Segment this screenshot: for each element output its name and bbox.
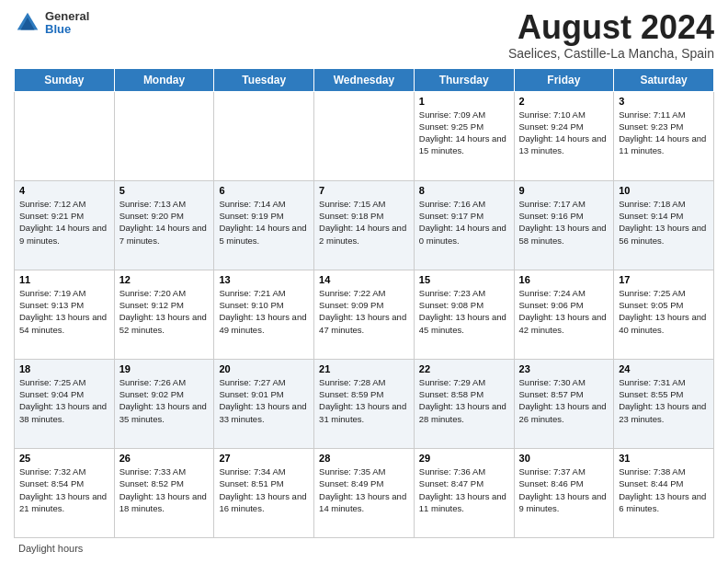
day-number: 28 <box>319 453 409 464</box>
day-info: Sunrise: 7:35 AMSunset: 8:49 PMDaylight:… <box>319 465 409 514</box>
day-number: 26 <box>119 453 210 464</box>
calendar-cell: 10Sunrise: 7:18 AMSunset: 9:14 PMDayligh… <box>614 180 714 270</box>
day-header-sunday: Sunday <box>15 68 115 91</box>
day-number: 21 <box>319 363 409 374</box>
day-header-saturday: Saturday <box>614 68 714 91</box>
day-info: Sunrise: 7:24 AMSunset: 9:06 PMDaylight:… <box>519 287 609 336</box>
day-number: 12 <box>119 274 210 285</box>
week-row-1: 1Sunrise: 7:09 AMSunset: 9:25 PMDaylight… <box>15 91 714 180</box>
week-row-5: 25Sunrise: 7:32 AMSunset: 8:54 PMDayligh… <box>15 448 714 537</box>
calendar-cell: 29Sunrise: 7:36 AMSunset: 8:47 PMDayligh… <box>414 448 514 537</box>
day-info: Sunrise: 7:19 AMSunset: 9:13 PMDaylight:… <box>19 287 109 336</box>
day-number: 7 <box>319 185 409 196</box>
calendar-cell: 21Sunrise: 7:28 AMSunset: 8:59 PMDayligh… <box>314 359 415 448</box>
calendar-cell: 15Sunrise: 7:23 AMSunset: 9:08 PMDayligh… <box>414 270 514 359</box>
calendar-cell <box>214 91 314 180</box>
logo-general: General <box>45 10 89 23</box>
calendar-cell: 11Sunrise: 7:19 AMSunset: 9:13 PMDayligh… <box>15 270 115 359</box>
calendar-cell: 25Sunrise: 7:32 AMSunset: 8:54 PMDayligh… <box>15 448 115 537</box>
day-number: 8 <box>419 185 509 196</box>
day-info: Sunrise: 7:14 AMSunset: 9:19 PMDaylight:… <box>219 198 309 247</box>
calendar-cell: 30Sunrise: 7:37 AMSunset: 8:46 PMDayligh… <box>514 448 614 537</box>
day-header-thursday: Thursday <box>414 68 514 91</box>
day-number: 9 <box>519 185 609 196</box>
day-number: 23 <box>519 363 609 374</box>
day-info: Sunrise: 7:15 AMSunset: 9:18 PMDaylight:… <box>319 198 409 247</box>
calendar-cell: 18Sunrise: 7:25 AMSunset: 9:04 PMDayligh… <box>15 359 115 448</box>
day-number: 27 <box>219 453 309 464</box>
day-header-tuesday: Tuesday <box>214 68 314 91</box>
day-info: Sunrise: 7:20 AMSunset: 9:12 PMDaylight:… <box>119 287 210 336</box>
day-number: 11 <box>19 274 109 285</box>
calendar-cell: 13Sunrise: 7:21 AMSunset: 9:10 PMDayligh… <box>214 270 314 359</box>
calendar-cell: 23Sunrise: 7:30 AMSunset: 8:57 PMDayligh… <box>514 359 614 448</box>
day-number: 19 <box>119 363 210 374</box>
day-info: Sunrise: 7:37 AMSunset: 8:46 PMDaylight:… <box>519 465 609 514</box>
day-info: Sunrise: 7:18 AMSunset: 9:14 PMDaylight:… <box>619 198 709 247</box>
calendar-cell: 17Sunrise: 7:25 AMSunset: 9:05 PMDayligh… <box>614 270 714 359</box>
day-number: 22 <box>419 363 509 374</box>
calendar-table: SundayMondayTuesdayWednesdayThursdayFrid… <box>14 68 714 538</box>
week-row-3: 11Sunrise: 7:19 AMSunset: 9:13 PMDayligh… <box>15 270 714 359</box>
day-info: Sunrise: 7:34 AMSunset: 8:51 PMDaylight:… <box>219 465 309 514</box>
day-number: 31 <box>619 453 709 464</box>
week-row-2: 4Sunrise: 7:12 AMSunset: 9:21 PMDaylight… <box>15 180 714 270</box>
day-info: Sunrise: 7:17 AMSunset: 9:16 PMDaylight:… <box>519 198 609 247</box>
day-header-friday: Friday <box>514 68 614 91</box>
day-info: Sunrise: 7:10 AMSunset: 9:24 PMDaylight:… <box>519 109 609 157</box>
day-number: 30 <box>519 453 609 464</box>
calendar-cell: 19Sunrise: 7:26 AMSunset: 9:02 PMDayligh… <box>114 359 214 448</box>
calendar-cell: 14Sunrise: 7:22 AMSunset: 9:09 PMDayligh… <box>314 270 415 359</box>
page: General Blue August 2024 Saelices, Casti… <box>0 0 728 563</box>
day-info: Sunrise: 7:30 AMSunset: 8:57 PMDaylight:… <box>519 376 609 425</box>
title-block: August 2024 Saelices, Castille-La Mancha… <box>508 9 714 61</box>
day-number: 20 <box>219 363 309 374</box>
day-info: Sunrise: 7:21 AMSunset: 9:10 PMDaylight:… <box>219 287 309 336</box>
day-info: Sunrise: 7:22 AMSunset: 9:09 PMDaylight:… <box>319 287 409 336</box>
calendar-cell: 8Sunrise: 7:16 AMSunset: 9:17 PMDaylight… <box>414 180 514 270</box>
logo: General Blue <box>14 9 89 37</box>
day-info: Sunrise: 7:32 AMSunset: 8:54 PMDaylight:… <box>19 465 109 514</box>
day-info: Sunrise: 7:11 AMSunset: 9:23 PMDaylight:… <box>619 109 709 157</box>
day-header-wednesday: Wednesday <box>314 68 415 91</box>
logo-text: General Blue <box>45 10 89 37</box>
day-number: 10 <box>619 185 709 196</box>
month-year: August 2024 <box>508 9 714 46</box>
footer-note: Daylight hours <box>14 543 714 554</box>
day-info: Sunrise: 7:29 AMSunset: 8:58 PMDaylight:… <box>419 376 509 425</box>
calendar-cell: 28Sunrise: 7:35 AMSunset: 8:49 PMDayligh… <box>314 448 415 537</box>
days-header-row: SundayMondayTuesdayWednesdayThursdayFrid… <box>15 68 714 91</box>
calendar-cell: 1Sunrise: 7:09 AMSunset: 9:25 PMDaylight… <box>414 91 514 180</box>
week-row-4: 18Sunrise: 7:25 AMSunset: 9:04 PMDayligh… <box>15 359 714 448</box>
calendar-cell <box>114 91 214 180</box>
day-number: 6 <box>219 185 309 196</box>
calendar-cell: 12Sunrise: 7:20 AMSunset: 9:12 PMDayligh… <box>114 270 214 359</box>
calendar-cell: 2Sunrise: 7:10 AMSunset: 9:24 PMDaylight… <box>514 91 614 180</box>
day-number: 24 <box>619 363 709 374</box>
day-number: 16 <box>519 274 609 285</box>
day-number: 14 <box>319 274 409 285</box>
header: General Blue August 2024 Saelices, Casti… <box>14 9 714 61</box>
day-info: Sunrise: 7:26 AMSunset: 9:02 PMDaylight:… <box>119 376 210 425</box>
day-info: Sunrise: 7:25 AMSunset: 9:05 PMDaylight:… <box>619 287 709 336</box>
calendar-cell: 31Sunrise: 7:38 AMSunset: 8:44 PMDayligh… <box>614 448 714 537</box>
day-info: Sunrise: 7:25 AMSunset: 9:04 PMDaylight:… <box>19 376 109 425</box>
day-number: 25 <box>19 453 109 464</box>
calendar-cell: 7Sunrise: 7:15 AMSunset: 9:18 PMDaylight… <box>314 180 415 270</box>
day-number: 4 <box>19 185 109 196</box>
day-info: Sunrise: 7:36 AMSunset: 8:47 PMDaylight:… <box>419 465 509 514</box>
calendar-cell: 4Sunrise: 7:12 AMSunset: 9:21 PMDaylight… <box>15 180 115 270</box>
day-number: 17 <box>619 274 709 285</box>
calendar-cell <box>314 91 415 180</box>
day-info: Sunrise: 7:31 AMSunset: 8:55 PMDaylight:… <box>619 376 709 425</box>
day-info: Sunrise: 7:33 AMSunset: 8:52 PMDaylight:… <box>119 465 210 514</box>
day-info: Sunrise: 7:13 AMSunset: 9:20 PMDaylight:… <box>119 198 210 247</box>
calendar-cell: 3Sunrise: 7:11 AMSunset: 9:23 PMDaylight… <box>614 91 714 180</box>
day-info: Sunrise: 7:09 AMSunset: 9:25 PMDaylight:… <box>419 109 509 157</box>
day-number: 1 <box>419 96 509 107</box>
logo-icon <box>14 9 41 37</box>
day-info: Sunrise: 7:16 AMSunset: 9:17 PMDaylight:… <box>419 198 509 247</box>
logo-blue: Blue <box>45 23 89 36</box>
day-number: 3 <box>619 96 709 107</box>
calendar-cell: 20Sunrise: 7:27 AMSunset: 9:01 PMDayligh… <box>214 359 314 448</box>
